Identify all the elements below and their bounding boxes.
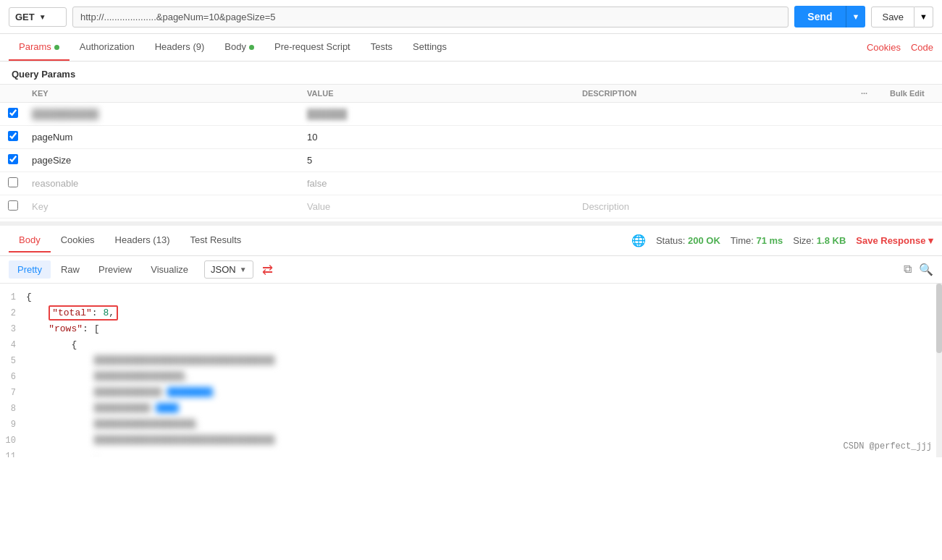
table-row-empty: Key Value Description bbox=[0, 195, 942, 219]
row1-key-value: ██████████ bbox=[32, 109, 98, 119]
status-value: 200 OK bbox=[688, 235, 720, 246]
row2-value[interactable]: 10 bbox=[301, 126, 576, 149]
code-line-8: 8 ██████████ ████ bbox=[0, 401, 942, 417]
save-response-button[interactable]: Save Response ▾ bbox=[856, 235, 933, 246]
row4-dots bbox=[855, 172, 884, 195]
request-section: Query Params KEY VALUE DESCRIPTION ··· B… bbox=[0, 61, 942, 219]
method-select[interactable]: GET ▼ bbox=[9, 7, 67, 27]
tab-headers[interactable]: Headers (9) bbox=[145, 34, 215, 61]
code-line-1: 1 { bbox=[0, 289, 942, 305]
line-content-2: "total": 8, bbox=[26, 305, 939, 321]
time-value: 71 ms bbox=[756, 235, 783, 246]
resp-tab-headers[interactable]: Headers (13) bbox=[105, 229, 180, 253]
code-line-6: 6 ████████████████, bbox=[0, 369, 942, 385]
line-content-7: ████████████ ████████, bbox=[26, 385, 939, 401]
row2-checkbox[interactable] bbox=[8, 131, 18, 141]
fmt-tab-visualize[interactable]: Visualize bbox=[142, 260, 197, 279]
row2-check[interactable] bbox=[0, 126, 26, 149]
fmt-tab-preview[interactable]: Preview bbox=[90, 260, 140, 279]
wrap-icon[interactable]: ⇄ bbox=[262, 262, 273, 278]
line-content-8: ██████████ ████ bbox=[26, 401, 939, 417]
format-dropdown[interactable]: JSON ▼ bbox=[204, 260, 253, 279]
send-dropdown-button[interactable]: ▼ bbox=[846, 6, 866, 27]
url-input[interactable]: http://....................&pageNum=10&p… bbox=[72, 7, 788, 27]
row3-checkbox[interactable] bbox=[8, 154, 18, 164]
row3-value[interactable]: 5 bbox=[301, 149, 576, 172]
cookies-link[interactable]: Cookies bbox=[867, 42, 901, 53]
time-label: Time: 71 ms bbox=[731, 235, 783, 246]
tab-prerequest[interactable]: Pre-request Script bbox=[264, 34, 361, 61]
scrollbar[interactable] bbox=[936, 284, 942, 457]
col-check bbox=[0, 85, 26, 103]
empty-desc[interactable]: Description bbox=[576, 195, 855, 219]
bulk-edit-button[interactable]: Bulk Edit bbox=[884, 85, 942, 103]
params-dot bbox=[54, 45, 59, 50]
row3-dots bbox=[855, 149, 884, 172]
row4-value[interactable]: false bbox=[301, 172, 576, 195]
line6-blurred: ████████████████, bbox=[94, 369, 190, 385]
line-num-2: 2 bbox=[3, 305, 26, 321]
row1-bulk bbox=[884, 103, 942, 126]
line5-blurred: ████████████████████████████████ bbox=[94, 353, 275, 369]
empty-key[interactable]: Key bbox=[26, 195, 301, 219]
line-content-11: · bbox=[26, 449, 939, 457]
format-chevron-icon: ▼ bbox=[240, 266, 247, 273]
tab-authorization[interactable]: Authorization bbox=[70, 34, 145, 61]
resp-tab-test-results[interactable]: Test Results bbox=[180, 229, 251, 253]
method-chevron-icon: ▼ bbox=[39, 13, 46, 21]
watermark: CSDN @perfect_jjj bbox=[844, 441, 932, 451]
col-description: DESCRIPTION bbox=[576, 85, 855, 103]
line-num-11: 11 bbox=[3, 449, 26, 457]
search-icon[interactable]: 🔍 bbox=[919, 263, 933, 276]
code-link[interactable]: Code bbox=[911, 42, 933, 53]
row1-check[interactable] bbox=[0, 103, 26, 126]
row3-check[interactable] bbox=[0, 149, 26, 172]
globe-icon[interactable]: 🌐 bbox=[631, 234, 646, 247]
json-colon: : bbox=[92, 307, 104, 318]
status-label: Status: 200 OK bbox=[656, 235, 720, 246]
row4-checkbox[interactable] bbox=[8, 177, 18, 187]
resp-tab-body[interactable]: Body bbox=[9, 229, 51, 253]
format-label: JSON bbox=[211, 264, 236, 275]
tab-right-links: Cookies Code bbox=[867, 42, 933, 53]
row1-key[interactable]: ██████████ bbox=[26, 103, 301, 126]
scrollbar-thumb[interactable] bbox=[936, 284, 942, 353]
line-num-4: 4 bbox=[3, 337, 26, 353]
size-label: Size: 1.8 KB bbox=[793, 235, 846, 246]
tab-body[interactable]: Body bbox=[214, 34, 264, 61]
line-num-3: 3 bbox=[3, 321, 26, 337]
format-right: ⧉ 🔍 bbox=[904, 263, 933, 276]
row2-bulk bbox=[884, 126, 942, 149]
row2-key[interactable]: pageNum bbox=[26, 126, 301, 149]
table-row: ██████████ ██████ bbox=[0, 103, 942, 126]
row4-desc[interactable] bbox=[576, 172, 855, 195]
col-dots: ··· bbox=[855, 85, 884, 103]
row1-desc[interactable] bbox=[576, 103, 855, 126]
row4-check[interactable] bbox=[0, 172, 26, 195]
json-comma: , bbox=[109, 307, 114, 318]
row3-key[interactable]: pageSize bbox=[26, 149, 301, 172]
row1-checkbox[interactable] bbox=[8, 108, 18, 118]
tab-tests[interactable]: Tests bbox=[361, 34, 403, 61]
send-button[interactable]: Send bbox=[794, 6, 845, 27]
save-dropdown-button[interactable]: ▼ bbox=[914, 7, 933, 27]
table-row: pageNum 10 bbox=[0, 126, 942, 149]
code-area[interactable]: 1 { 2 "total": 8, 3 "rows": [ 4 { 5 ████… bbox=[0, 284, 942, 457]
fmt-tab-pretty[interactable]: Pretty bbox=[9, 260, 51, 279]
empty-check[interactable] bbox=[0, 195, 26, 219]
copy-icon[interactable]: ⧉ bbox=[904, 263, 912, 276]
line-num-9: 9 bbox=[3, 417, 26, 433]
code-line-9: 9 ██████████████████, bbox=[0, 417, 942, 433]
row3-desc[interactable] bbox=[576, 149, 855, 172]
save-button[interactable]: Save bbox=[871, 7, 914, 27]
empty-value[interactable]: Value bbox=[301, 195, 576, 219]
row2-desc[interactable] bbox=[576, 126, 855, 149]
row4-key[interactable]: reasonable bbox=[26, 172, 301, 195]
tab-params[interactable]: Params bbox=[9, 34, 70, 61]
fmt-tab-raw[interactable]: Raw bbox=[52, 260, 88, 279]
row1-value[interactable]: ██████ bbox=[301, 103, 576, 126]
tab-settings[interactable]: Settings bbox=[403, 34, 457, 61]
resp-tab-cookies[interactable]: Cookies bbox=[51, 229, 105, 253]
empty-checkbox[interactable] bbox=[8, 200, 18, 211]
line-content-9: ██████████████████, bbox=[26, 417, 939, 433]
